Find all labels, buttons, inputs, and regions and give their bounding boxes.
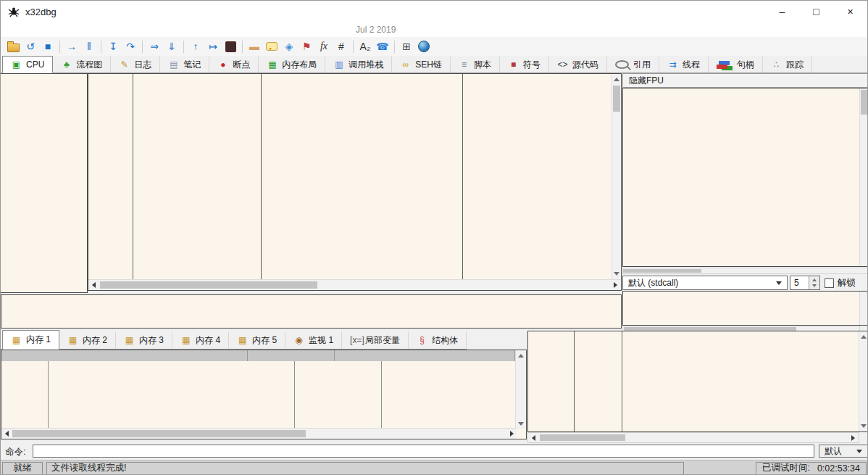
tab-notes[interactable]: ▤笔记 xyxy=(160,57,209,73)
dump-vertical-scrollbar[interactable] xyxy=(515,350,526,429)
scrollbar-thumb[interactable] xyxy=(623,269,701,273)
trace-into-icon: ⇒ xyxy=(150,41,159,51)
toolbar-run-button[interactable]: → xyxy=(63,38,80,55)
toolbar-calculator-button[interactable]: ⊞ xyxy=(398,38,415,55)
tab-memory-1[interactable]: ▦内存 1 xyxy=(2,330,59,350)
toolbar-separator xyxy=(142,41,143,53)
toolbar-comments-button[interactable] xyxy=(263,38,280,55)
toolbar-scylla-button[interactable]: S xyxy=(222,38,239,55)
unlock-checkbox[interactable] xyxy=(825,278,834,288)
toolbar-stop-button[interactable]: ■ xyxy=(39,38,57,55)
scrollbar-thumb[interactable] xyxy=(540,434,625,441)
toolbar-patches-button[interactable]: ▬ xyxy=(246,38,263,55)
stack-vertical-scrollbar[interactable] xyxy=(859,331,868,431)
maximize-button[interactable]: □ xyxy=(799,1,833,22)
tab-breakpoints[interactable]: ●断点 xyxy=(209,57,259,73)
tab-memory-4[interactable]: ▦内存 4 xyxy=(172,331,229,349)
tab-watch-1[interactable]: ◉监视 1 xyxy=(285,331,342,349)
hide-fpu-button[interactable]: 隐藏FPU xyxy=(622,73,868,88)
toolbar-step-over-button[interactable]: ↷ xyxy=(122,38,139,55)
dump-horizontal-scrollbar[interactable] xyxy=(1,428,517,439)
cpu-sidebar-panel[interactable] xyxy=(1,73,88,293)
tab-struct[interactable]: §结构体 xyxy=(409,331,467,349)
stepper-up-arrow[interactable] xyxy=(812,278,817,281)
tab-cpu[interactable]: ▣CPU xyxy=(2,56,53,73)
scroll-up-arrow[interactable] xyxy=(861,335,867,339)
tab-trace[interactable]: ∴跟踪 xyxy=(763,57,812,73)
scrollbar-thumb[interactable] xyxy=(613,86,620,112)
arguments-vertical-scrollbar[interactable] xyxy=(859,292,868,325)
calling-convention-select[interactable]: 默认 (stdcall) xyxy=(622,276,788,290)
registers-horizontal-scrollbar[interactable] xyxy=(622,268,868,274)
toolbar-bookmarks-button[interactable]: ⚑ xyxy=(298,38,315,55)
scroll-left-arrow[interactable] xyxy=(5,431,9,437)
toolbar-pause-button[interactable]: ‖ xyxy=(80,38,98,55)
toolbar-hash-button[interactable]: # xyxy=(333,38,350,55)
tab-seh-chain[interactable]: ∞SEH链 xyxy=(392,57,451,73)
minimize-button[interactable]: – xyxy=(765,1,799,22)
tab-memory-2[interactable]: ▦内存 2 xyxy=(59,331,116,349)
tab-memory-map[interactable]: ▦内存布局 xyxy=(259,57,325,73)
scroll-right-arrow[interactable] xyxy=(614,282,617,288)
toolbar-restart-button[interactable]: ↺ xyxy=(22,38,39,55)
tab-references[interactable]: 引用 xyxy=(607,57,659,73)
scroll-up-arrow[interactable] xyxy=(614,78,619,81)
tab-memory-5[interactable]: ▦内存 5 xyxy=(229,331,285,349)
toolbar-labels-button[interactable]: ◈ xyxy=(280,38,298,55)
scroll-right-arrow[interactable] xyxy=(510,431,514,437)
info-panel[interactable] xyxy=(1,294,622,329)
scroll-up-arrow[interactable] xyxy=(518,354,524,358)
tab-memory-3[interactable]: ▦内存 3 xyxy=(116,331,172,349)
tab-threads[interactable]: ⇉线程 xyxy=(659,57,709,73)
scroll-down-arrow[interactable] xyxy=(614,272,619,276)
command-input[interactable] xyxy=(33,445,814,458)
tab-log[interactable]: ✎日志 xyxy=(111,57,160,73)
close-button[interactable]: × xyxy=(833,1,867,22)
argument-count-stepper[interactable]: 5 xyxy=(790,276,820,290)
unlock-control: 解锁 xyxy=(825,276,856,290)
tab-locals[interactable]: [x=]局部变量 xyxy=(342,331,409,349)
tab-call-stack[interactable]: ▥调用堆栈 xyxy=(325,57,392,73)
stack-view[interactable] xyxy=(527,331,868,432)
scroll-left-arrow[interactable] xyxy=(532,435,535,441)
toolbar-run-to-user-code-button[interactable]: ↦ xyxy=(204,38,222,55)
scroll-left-arrow[interactable] xyxy=(92,282,96,288)
toolbar-preferences-button[interactable] xyxy=(415,38,433,55)
arguments-view[interactable] xyxy=(622,291,868,326)
scrollbar-thumb[interactable] xyxy=(12,430,306,437)
tab-script[interactable]: ≡脚本 xyxy=(451,57,500,73)
hide-fpu-label: 隐藏FPU xyxy=(629,75,664,87)
tab-source[interactable]: <>源代码 xyxy=(549,57,607,73)
tab-handles[interactable]: 句柄 xyxy=(709,57,763,73)
disassembly-view[interactable] xyxy=(88,73,622,291)
stack-horizontal-scrollbar[interactable] xyxy=(527,432,859,443)
disassembly-vertical-scrollbar[interactable] xyxy=(612,74,621,279)
tab-label: CPU xyxy=(26,59,44,70)
tab-graph[interactable]: ♣流程图 xyxy=(53,57,111,73)
stepper-down-arrow[interactable] xyxy=(812,284,817,287)
toolbar-functions-button[interactable]: fx xyxy=(315,38,333,55)
scrollbar-thumb[interactable] xyxy=(861,90,867,115)
tab-label: 内存 1 xyxy=(26,334,51,346)
stepper-buttons[interactable] xyxy=(809,276,819,289)
scroll-down-arrow[interactable] xyxy=(518,422,524,426)
dump-table-body[interactable] xyxy=(1,361,515,428)
bookmark-icon: ⚑ xyxy=(302,41,312,51)
toolbar-execute-till-return-button[interactable]: ↑ xyxy=(187,38,204,55)
scrollbar-thumb[interactable] xyxy=(100,281,317,289)
toolbar-attach-button[interactable]: ☎ xyxy=(374,38,391,55)
memory-dump-view[interactable] xyxy=(1,350,527,439)
toolbar-step-into-button[interactable]: ↧ xyxy=(104,38,122,55)
registers-view[interactable] xyxy=(622,88,868,267)
toolbar-trace-into-button[interactable]: ⇒ xyxy=(146,38,163,55)
scroll-right-arrow[interactable] xyxy=(851,435,855,441)
toolbar-open-button[interactable] xyxy=(4,38,22,55)
disassembly-horizontal-scrollbar[interactable] xyxy=(88,279,621,290)
command-profile-select[interactable]: 默认 xyxy=(819,445,868,458)
tab-label: 脚本 xyxy=(474,59,491,71)
registers-vertical-scrollbar[interactable] xyxy=(859,88,868,266)
toolbar-trace-over-button[interactable]: ⇓ xyxy=(163,38,180,55)
scroll-down-arrow[interactable] xyxy=(861,424,867,428)
tab-symbols[interactable]: ■符号 xyxy=(500,57,549,73)
toolbar-strings-button[interactable]: A₂ xyxy=(356,38,374,55)
